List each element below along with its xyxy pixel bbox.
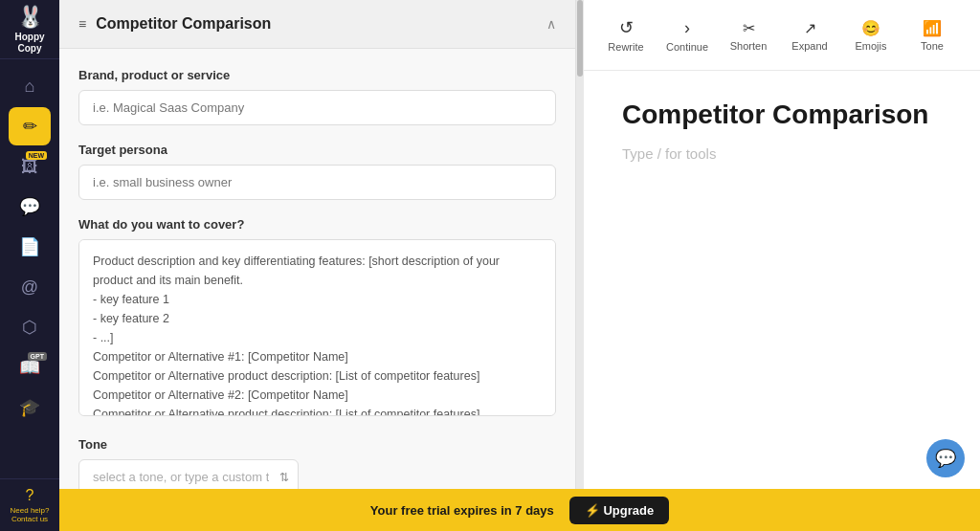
chat-icon: 💬: [19, 196, 40, 217]
sidebar-item-chat[interactable]: 💬: [9, 188, 51, 226]
at-icon: @: [21, 277, 38, 298]
sidebar: 🐰 Hoppy Copy ⌂ ✏ 🖼 NEW 💬 📄 @ ⬡ 📖 GPT: [0, 0, 59, 531]
sidebar-item-edit[interactable]: ✏: [9, 107, 51, 145]
help-contact[interactable]: ? Need help? Contact us: [0, 478, 59, 531]
toolbar-tone[interactable]: 📶 Tone: [905, 13, 959, 57]
chat-bubble-button[interactable]: 💬: [926, 439, 965, 477]
sidebar-item-image[interactable]: 🖼 NEW: [9, 147, 51, 186]
form-header-left: ≡ Competitor Comparison: [78, 15, 271, 33]
edit-icon: ✏: [23, 116, 37, 137]
editor-panel: ↺ Rewrite › Continue ✂ Shorten ↗ Expand …: [584, 0, 980, 531]
emojis-icon: 😊: [861, 19, 880, 37]
continue-icon: ›: [684, 18, 690, 38]
continue-label: Continue: [666, 41, 708, 53]
cover-textarea[interactable]: Product description and key differentiat…: [78, 239, 556, 416]
expand-icon: ↗: [804, 19, 816, 37]
sidebar-item-graduation[interactable]: 🎓: [9, 388, 51, 427]
emojis-label: Emojis: [855, 40, 886, 52]
tone-section: Tone select a tone, or type a custom ton…: [78, 437, 556, 495]
gpt-badge: GPT: [28, 352, 47, 361]
editor-placeholder: Type / for tools: [622, 145, 942, 162]
target-section: Target persona: [78, 143, 556, 200]
editor-title: Competitor Comparison: [622, 100, 942, 130]
blocks-icon: ⬡: [22, 317, 37, 338]
tone-label: Tone: [78, 437, 556, 452]
rewrite-label: Rewrite: [608, 41, 643, 53]
sidebar-item-at[interactable]: @: [9, 268, 51, 306]
logo-icon: 🐰: [17, 5, 43, 30]
brand-section: Brand, product or service: [78, 68, 556, 125]
toolbar-shorten[interactable]: ✂ Shorten: [722, 13, 775, 57]
help-icon: ?: [8, 487, 52, 504]
form-body: Brand, product or service Target persona…: [59, 49, 575, 531]
chat-bubble-icon: 💬: [935, 448, 956, 469]
scroll-thumb[interactable]: [577, 0, 583, 77]
upgrade-button[interactable]: ⚡ Upgrade: [569, 497, 669, 524]
target-input[interactable]: [78, 165, 556, 200]
app-logo[interactable]: 🐰 Hoppy Copy: [0, 0, 59, 59]
cover-label: What do you want to cover?: [78, 217, 556, 232]
editor-content[interactable]: Competitor Comparison Type / for tools: [584, 71, 980, 531]
form-title: Competitor Comparison: [96, 15, 271, 33]
app-name: Hoppy Copy: [4, 32, 56, 55]
trial-message: Your free trial expires in 7 days: [370, 503, 554, 518]
cover-section: What do you want to cover? Product descr…: [78, 217, 556, 420]
hamburger-icon[interactable]: ≡: [78, 16, 86, 32]
form-header: ≡ Competitor Comparison ∧: [59, 0, 575, 49]
document-icon: 📄: [19, 236, 40, 257]
toolbar-rewrite[interactable]: ↺ Rewrite: [599, 11, 653, 58]
expand-label: Expand: [791, 40, 827, 52]
sidebar-nav: ⌂ ✏ 🖼 NEW 💬 📄 @ ⬡ 📖 GPT 🎓: [9, 59, 51, 478]
toolbar-continue[interactable]: › Continue: [660, 12, 714, 58]
trial-bar: Your free trial expires in 7 days ⚡ Upgr…: [59, 489, 980, 531]
brand-input[interactable]: [78, 90, 556, 125]
toolbar-expand[interactable]: ↗ Expand: [783, 13, 836, 57]
toolbar-emojis[interactable]: 😊 Emojis: [844, 13, 898, 57]
form-panel: ≡ Competitor Comparison ∧ Brand, product…: [59, 0, 576, 531]
toolbar-more[interactable]: </> More: [967, 14, 980, 55]
help-label: Need help? Contact us: [8, 506, 52, 523]
sidebar-item-document[interactable]: 📄: [9, 228, 51, 266]
scroll-divider: [576, 0, 584, 531]
tone-icon: 📶: [923, 19, 942, 37]
shorten-label: Shorten: [730, 40, 768, 52]
sidebar-item-home[interactable]: ⌂: [9, 67, 51, 105]
sidebar-item-blocks[interactable]: ⬡: [9, 308, 51, 346]
sidebar-item-book[interactable]: 📖 GPT: [9, 348, 51, 387]
shorten-icon: ✂: [743, 19, 755, 37]
main-content: ≡ Competitor Comparison ∧ Brand, product…: [59, 0, 980, 531]
home-icon: ⌂: [25, 77, 35, 97]
rewrite-icon: ↺: [619, 17, 634, 38]
new-badge: NEW: [26, 151, 47, 160]
target-label: Target persona: [78, 143, 556, 157]
tone-label: Tone: [921, 40, 944, 52]
graduation-icon: 🎓: [19, 397, 40, 418]
editor-toolbar: ↺ Rewrite › Continue ✂ Shorten ↗ Expand …: [584, 0, 980, 71]
collapse-icon[interactable]: ∧: [546, 16, 556, 32]
brand-label: Brand, product or service: [78, 68, 556, 82]
